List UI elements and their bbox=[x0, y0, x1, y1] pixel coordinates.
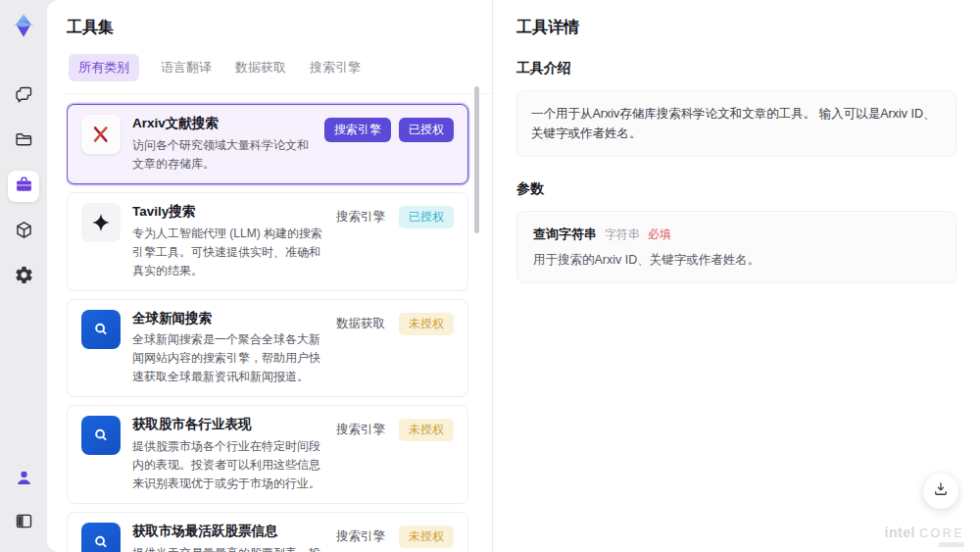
app-logo-diamond-icon bbox=[10, 12, 37, 39]
toolbox-icon bbox=[14, 175, 34, 199]
auth-status-badge: 未授权 bbox=[399, 526, 454, 548]
brand-subline bbox=[939, 542, 964, 547]
tool-card-tavily[interactable]: Tavily搜索 专为人工智能代理 (LLM) 构建的搜索引擎工具。可快速提供实… bbox=[67, 192, 468, 291]
tool-description: 访问各个研究领域大量科学论文和文章的存储库。 bbox=[132, 136, 313, 174]
tool-name: Tavily搜索 bbox=[132, 203, 324, 222]
tools-list: Arxiv文献搜索 访问各个研究领域大量科学论文和文章的存储库。 搜索引擎 已授… bbox=[67, 93, 492, 552]
left-sidebar bbox=[0, 0, 47, 552]
intro-heading: 工具介绍 bbox=[516, 60, 956, 77]
brand-core-text: CORE bbox=[919, 527, 964, 540]
tool-description: 提供当天交易量最高的股票列表，投资者可以利用这些信息来识别流动性强的股票和潜在的… bbox=[132, 544, 324, 552]
tab-language-translation[interactable]: 语言翻译 bbox=[159, 54, 214, 81]
params-heading: 参数 bbox=[516, 180, 956, 198]
download-button[interactable] bbox=[923, 474, 958, 509]
sidebar-item-chat[interactable] bbox=[8, 80, 39, 112]
main-content: 工具集 所有类别 语言翻译 数据获取 搜索引擎 bbox=[47, 0, 980, 552]
tab-search-engine[interactable]: 搜索引擎 bbox=[308, 54, 363, 81]
category-label: 搜索引擎 bbox=[336, 419, 385, 438]
intel-core-logo: intel CORE bbox=[885, 525, 964, 540]
auth-status-badge: 未授权 bbox=[399, 419, 454, 441]
param-name: 查询字符串 bbox=[533, 226, 597, 243]
blue-search-app-icon bbox=[81, 416, 121, 455]
folder-icon bbox=[14, 129, 34, 154]
sidebar-item-collapse[interactable] bbox=[8, 507, 39, 538]
tools-list-panel: 工具集 所有类别 语言翻译 数据获取 搜索引擎 bbox=[47, 0, 492, 552]
category-label: 搜索引擎 bbox=[336, 526, 385, 545]
sidebar-item-settings[interactable] bbox=[8, 261, 39, 292]
tool-card-global-news[interactable]: 全球新闻搜索 全球新闻搜索是一个聚合全球各大新闻网站内容的搜索引擎，帮助用户快速… bbox=[67, 299, 468, 398]
auth-status-badge: 已授权 bbox=[399, 206, 454, 228]
app-window: 工具集 所有类别 语言翻译 数据获取 搜索引擎 bbox=[0, 0, 980, 552]
category-badge: 搜索引擎 bbox=[324, 118, 391, 142]
tool-name: 获取股市各行业表现 bbox=[132, 416, 324, 434]
tool-description: 全球新闻搜索是一个聚合全球各大新闻网站内容的搜索引擎，帮助用户快速获取全球最新资… bbox=[132, 330, 324, 386]
blue-search-app-icon bbox=[81, 310, 121, 349]
user-icon bbox=[14, 468, 34, 492]
tools-panel-title: 工具集 bbox=[67, 18, 492, 38]
blue-search-app-icon bbox=[81, 523, 121, 552]
param-type: 字符串 bbox=[605, 226, 640, 243]
list-scrollbar[interactable] bbox=[474, 86, 479, 233]
tool-name: 获取市场最活跃股票信息 bbox=[132, 523, 324, 541]
sidebar-nav bbox=[8, 80, 39, 292]
tool-intro-text: 一个用于从Arxiv存储库搜索科学论文和文章的工具。 输入可以是Arxiv ID… bbox=[516, 90, 956, 157]
download-icon bbox=[932, 480, 950, 502]
param-required-flag: 必填 bbox=[648, 226, 671, 243]
tool-details-panel: 工具详情 工具介绍 一个用于从Arxiv存储库搜索科学论文和文章的工具。 输入可… bbox=[492, 0, 980, 552]
sidebar-item-files[interactable] bbox=[8, 125, 39, 157]
tool-name: Arxiv文献搜索 bbox=[132, 115, 313, 133]
sidebar-bottom bbox=[8, 464, 39, 538]
auth-status-badge: 未授权 bbox=[399, 313, 454, 335]
details-title: 工具详情 bbox=[516, 18, 956, 38]
tool-description: 专为人工智能代理 (LLM) 构建的搜索引擎工具。可快速提供实时、准确和真实的结… bbox=[132, 225, 324, 280]
sparkle-star-icon bbox=[81, 203, 121, 242]
category-tabs: 所有类别 语言翻译 数据获取 搜索引擎 bbox=[67, 54, 492, 81]
tool-name: 全球新闻搜索 bbox=[132, 310, 324, 328]
tab-all-categories[interactable]: 所有类别 bbox=[69, 54, 139, 81]
sidebar-item-models[interactable] bbox=[8, 216, 39, 247]
arxiv-logo-icon bbox=[81, 115, 121, 154]
category-label: 搜索引擎 bbox=[336, 206, 385, 226]
parameter-item: 查询字符串 字符串 必填 用于搜索的Arxiv ID、关键字或作者姓名。 bbox=[516, 211, 956, 283]
auth-status-badge: 已授权 bbox=[399, 118, 454, 142]
tool-card-arxiv[interactable]: Arxiv文献搜索 访问各个研究领域大量科学论文和文章的存储库。 搜索引擎 已授… bbox=[67, 104, 468, 184]
panel-toggle-icon bbox=[14, 511, 34, 535]
sidebar-item-profile[interactable] bbox=[8, 464, 39, 495]
gear-icon bbox=[14, 265, 34, 289]
tab-data-fetch[interactable]: 数据获取 bbox=[233, 54, 288, 81]
tool-description: 提供股票市场各个行业在特定时间段内的表现。投资者可以利用这些信息来识别表现优于或… bbox=[132, 437, 324, 493]
sidebar-item-tools[interactable] bbox=[8, 171, 39, 202]
param-description: 用于搜索的Arxiv ID、关键字或作者姓名。 bbox=[533, 252, 940, 269]
chat-icon bbox=[14, 84, 34, 109]
category-label: 数据获取 bbox=[336, 313, 385, 332]
brand-intel-text: intel bbox=[885, 525, 915, 540]
tool-card-stock-sectors[interactable]: 获取股市各行业表现 提供股票市场各个行业在特定时间段内的表现。投资者可以利用这些… bbox=[67, 405, 468, 504]
cube-icon bbox=[14, 220, 34, 244]
tool-card-active-stocks[interactable]: 获取市场最活跃股票信息 提供当天交易量最高的股票列表，投资者可以利用这些信息来识… bbox=[67, 512, 468, 552]
